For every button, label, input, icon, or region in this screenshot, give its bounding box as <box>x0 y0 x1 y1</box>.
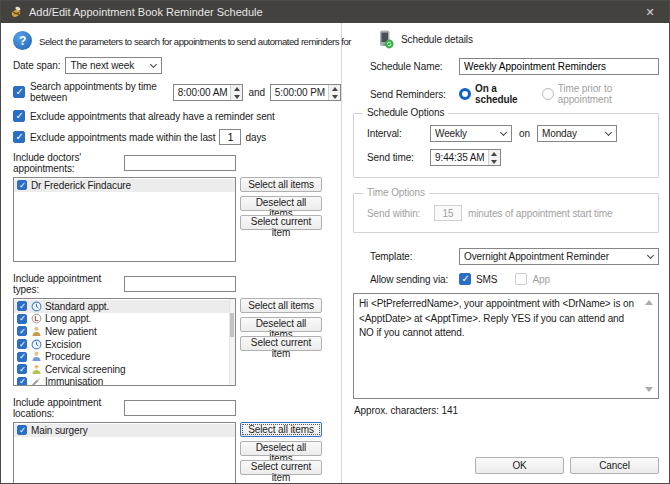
help-icon[interactable]: ? <box>13 31 32 50</box>
item-checkbox[interactable] <box>17 352 27 362</box>
add-edit-reminder-schedule-dialog: Add/Edit Appointment Book Reminder Sched… <box>0 0 670 484</box>
on-a-schedule-radio[interactable] <box>459 88 471 100</box>
interval-value: Weekly <box>435 128 467 139</box>
app-checkbox[interactable] <box>515 273 527 285</box>
item-label: Main surgery <box>31 425 88 436</box>
item-checkbox[interactable] <box>17 377 27 386</box>
app-label: App <box>532 274 550 285</box>
deselect-all-items-button[interactable]: Deselect all items <box>240 317 322 332</box>
interval-label: Interval: <box>367 128 430 139</box>
chevron-down-icon <box>500 128 507 135</box>
list-item[interactable]: Cervical screening <box>14 363 235 376</box>
list-item[interactable]: Procedure <box>14 350 235 363</box>
send-within-input[interactable] <box>434 205 462 221</box>
item-checkbox[interactable] <box>17 180 27 190</box>
scroll-up-icon[interactable] <box>645 300 653 305</box>
interval-select[interactable]: Weekly <box>430 125 512 142</box>
spin-down-button[interactable] <box>489 158 500 166</box>
allow-sending-row: Allow sending via: SMS App <box>370 273 659 285</box>
cancel-button[interactable]: Cancel <box>570 457 659 474</box>
select-all-items-button[interactable]: Select all items <box>240 422 322 437</box>
person-green-icon <box>31 364 42 375</box>
list-item[interactable]: LLong appt. <box>14 313 235 326</box>
item-checkbox[interactable] <box>17 339 27 349</box>
list-item[interactable]: Main surgery <box>14 424 235 437</box>
schedule-details-panel: Schedule details Schedule Name: Send Rem… <box>342 23 669 483</box>
syringe-icon <box>31 376 42 386</box>
day-select[interactable]: Monday <box>537 125 617 142</box>
search-by-time-row: Search appointments by time between 8:00… <box>13 81 341 103</box>
types-buttons: Select all itemsDeselect all itemsSelect… <box>240 298 322 351</box>
select-current-item-button[interactable]: Select current item <box>240 336 322 351</box>
date-span-select[interactable]: The next week <box>65 57 162 74</box>
item-checkbox[interactable] <box>17 301 27 311</box>
types-listbox[interactable]: Standard appt.LLong appt.New patientExci… <box>13 298 236 386</box>
exclude-made-within-checkbox[interactable] <box>13 131 25 143</box>
item-label: New patient <box>45 326 97 337</box>
select-all-items-button[interactable]: Select all items <box>240 177 322 192</box>
exclude-days-input[interactable] <box>219 129 241 145</box>
spin-up-button[interactable] <box>489 150 500 158</box>
item-label: Immunisation <box>45 376 103 386</box>
list-item[interactable]: Immunisation <box>14 376 235 386</box>
time-from-spinner[interactable]: 8:00:00 AM <box>173 84 244 101</box>
close-icon[interactable]: ✕ <box>631 1 669 23</box>
message-text: Hi <PtPreferredName>, your appointment w… <box>359 298 634 338</box>
search-by-time-checkbox[interactable] <box>13 86 25 98</box>
exclude-reminder-sent-checkbox[interactable] <box>13 110 25 122</box>
include-types-label: Include appointment types: <box>13 273 124 295</box>
scrollbar-thumb[interactable] <box>230 313 234 337</box>
locations-filter-input[interactable] <box>124 400 236 416</box>
list-scrollbar[interactable] <box>229 299 235 385</box>
item-label: Dr Frederick Findacure <box>31 180 131 191</box>
phone-schedule-icon <box>375 29 395 49</box>
spin-up-button[interactable] <box>329 85 340 93</box>
scroll-down-icon[interactable] <box>645 387 653 392</box>
item-checkbox[interactable] <box>17 364 27 374</box>
sms-checkbox[interactable] <box>459 273 471 285</box>
item-checkbox[interactable] <box>17 425 27 435</box>
doctors-filter-row: Include doctors' appointments: <box>13 152 236 174</box>
deselect-all-items-button[interactable]: Deselect all items <box>240 441 322 456</box>
time-options-title: Time Options <box>363 187 429 198</box>
search-by-time-label: Search appointments by time between <box>30 81 168 103</box>
dialog-body: ? Select the parameters to search for ap… <box>1 23 669 483</box>
and-label: and <box>248 87 264 98</box>
spin-down-button[interactable] <box>231 92 242 100</box>
item-checkbox[interactable] <box>17 314 27 324</box>
send-time-spinner[interactable]: 9:44:35 AM <box>430 149 501 166</box>
template-label: Template: <box>370 251 459 262</box>
select-current-item-button[interactable]: Select current item <box>240 215 322 230</box>
doctors-listbox[interactable]: Dr Frederick Findacure <box>13 177 236 262</box>
schedule-name-label: Schedule Name: <box>370 61 459 72</box>
instruction-text: Select the parameters to search for appo… <box>39 31 351 47</box>
exclude-reminder-sent-label: Exclude appointments that already have a… <box>30 111 275 122</box>
select-all-items-button[interactable]: Select all items <box>240 298 322 313</box>
days-label: days <box>245 132 266 143</box>
locations-buttons: Select all itemsDeselect all itemsSelect… <box>240 422 322 475</box>
locations-listbox[interactable]: Main surgery <box>13 422 236 484</box>
select-current-item-button[interactable]: Select current item <box>240 460 322 475</box>
person-tan-icon <box>31 326 42 337</box>
list-item[interactable]: New patient <box>14 325 235 338</box>
template-value: Overnight Appointment Reminder <box>464 251 609 262</box>
list-item[interactable]: Standard appt. <box>14 300 235 313</box>
send-time-row: Send time: 9:44:35 AM <box>367 149 648 166</box>
spin-up-button[interactable] <box>231 85 242 93</box>
list-item[interactable]: Dr Frederick Findacure <box>14 179 235 192</box>
schedule-name-input[interactable] <box>459 58 659 75</box>
message-textarea[interactable]: Hi <PtPreferredName>, your appointment w… <box>353 293 659 399</box>
exclude-made-within-label: Exclude appointments made within the las… <box>30 132 215 143</box>
deselect-all-items-button[interactable]: Deselect all items <box>240 196 322 211</box>
ok-button[interactable]: OK <box>475 457 564 474</box>
template-select[interactable]: Overnight Appointment Reminder <box>459 248 659 265</box>
item-label: Long appt. <box>45 313 91 324</box>
spin-down-button[interactable] <box>329 92 340 100</box>
time-to-spinner[interactable]: 5:00:00 PM <box>270 84 341 101</box>
types-filter-input[interactable] <box>124 276 236 292</box>
list-item[interactable]: Excision <box>14 338 235 351</box>
item-checkbox[interactable] <box>17 326 27 336</box>
time-prior-radio[interactable] <box>542 88 554 100</box>
doctors-filter-input[interactable] <box>124 155 236 171</box>
doctors-list-section: Dr Frederick Findacure Select all itemsD… <box>13 177 341 262</box>
